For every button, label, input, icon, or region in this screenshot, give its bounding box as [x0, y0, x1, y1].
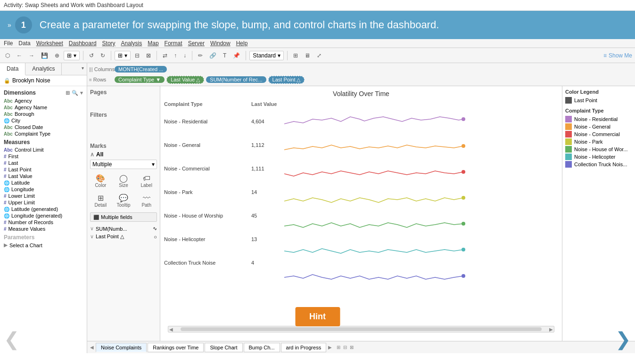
toolbar-columns[interactable]: ⊟	[132, 51, 142, 60]
toolbar-add-datasource[interactable]: ⊕	[52, 51, 62, 60]
toolbar-text[interactable]: T	[221, 51, 229, 60]
toolbar-standard-dropdown[interactable]: Standard ▾	[249, 51, 284, 60]
toolbar-pin[interactable]: 📌	[231, 51, 242, 60]
rows-pill-last-point[interactable]: Last Point △	[268, 76, 305, 84]
tab-slope-chart[interactable]: Slope Chart	[205, 343, 242, 352]
field-latitude-gen[interactable]: 🌐 Latitude (generated)	[4, 206, 83, 212]
search-icon[interactable]: 🔍	[72, 90, 78, 96]
panel-tab-arrow[interactable]: ▾	[79, 63, 87, 75]
toolbar-logo[interactable]: ⬡	[3, 51, 12, 60]
field-closed-date[interactable]: Abc Closed Date	[4, 124, 83, 130]
toolbar-sort-desc[interactable]: ↓	[181, 51, 189, 60]
label-commercial: Noise - Commercial	[164, 157, 251, 180]
marks-label-btn[interactable]: 🏷 Label	[136, 172, 157, 190]
field-agency[interactable]: Abc Agency	[4, 97, 83, 104]
toolbar-view-dropdown[interactable]: ⊞▾	[115, 51, 131, 60]
menu-format[interactable]: Format	[165, 40, 182, 47]
field-control-limit[interactable]: Abc Control Limit	[4, 146, 83, 153]
tab-icon-grid[interactable]: ⊞	[336, 344, 341, 351]
menu-story[interactable]: Story	[102, 40, 115, 47]
tab-prev-icon[interactable]: ◀	[89, 344, 95, 351]
toolbar-rows[interactable]: ⊠	[144, 51, 153, 60]
rows-pill-sum-records[interactable]: SUM(Number of Rec...	[206, 76, 266, 83]
marks-type-dropdown[interactable]: Multiple ▾	[90, 160, 157, 169]
tab-in-progress[interactable]: ard in Progress	[281, 343, 327, 352]
nav-back-arrow[interactable]: ❮	[4, 329, 20, 349]
menu-analysis[interactable]: Analysis	[121, 40, 142, 47]
col-header-complaint: Complaint Type	[164, 101, 251, 108]
scroll-left-arrow[interactable]: ◀	[169, 327, 173, 332]
toolbar-save[interactable]: 💾	[39, 51, 50, 60]
field-name: Last Value	[8, 173, 33, 179]
show-me-button[interactable]: ≡ Show Me	[603, 52, 632, 59]
chevron-icon[interactable]: ▾	[80, 90, 83, 96]
tab-data[interactable]: Data	[0, 63, 25, 75]
toolbar-redo[interactable]: ↻	[98, 51, 107, 60]
tab-noise-complaints[interactable]: Noise Complaints	[96, 343, 147, 352]
tab-next-icon[interactable]: ▶	[327, 344, 333, 351]
menu-help[interactable]: Help	[236, 40, 248, 47]
tab-rankings[interactable]: Rankings over Time	[148, 343, 204, 352]
scroll-right-arrow[interactable]: ▶	[549, 327, 553, 332]
tab-bump-chart[interactable]: Bump Ch...	[244, 343, 280, 352]
tab-icon-add[interactable]: ⊠	[349, 344, 355, 351]
tab-icons: ⊞ ⊟ ⊠	[336, 344, 355, 351]
expand-icon[interactable]: »	[8, 21, 11, 29]
toolbar-undo[interactable]: ↺	[87, 51, 96, 60]
toolbar-link[interactable]: 🔗	[207, 51, 219, 60]
toolbar-grid[interactable]: ⊞	[291, 51, 300, 60]
field-last-value[interactable]: # Last Value	[4, 173, 83, 179]
marks-color-btn[interactable]: 🎨 Color	[90, 172, 111, 190]
menu-server[interactable]: Server	[188, 40, 205, 47]
marks-field-last-point[interactable]: ∨ Last Point △ ○	[90, 233, 157, 241]
sparkline-residential	[284, 110, 558, 133]
field-measure-values[interactable]: # Measure Values	[4, 226, 83, 232]
multiple-fields-btn[interactable]: ⬛ Multiple fields	[90, 212, 157, 222]
toolbar-pen[interactable]: ✏	[196, 51, 205, 60]
tab-analytics[interactable]: Analytics	[25, 63, 62, 75]
rows-pill-complaint-type[interactable]: Complaint Type ▼	[115, 76, 165, 83]
field-longitude-gen[interactable]: 🌐 Longitude (generated)	[4, 212, 83, 219]
sparkline-truck	[284, 259, 558, 283]
menu-map[interactable]: Map	[148, 40, 158, 47]
field-select-chart[interactable]: ▶ Select a Chart	[4, 242, 83, 249]
tooltip-icon: 💬	[119, 194, 128, 202]
legend-item-park: Noise - Park	[565, 138, 632, 146]
field-last-point[interactable]: # Last Point	[4, 166, 83, 173]
field-upper-limit[interactable]: # Upper Limit	[4, 199, 83, 206]
field-city[interactable]: 🌐 City	[4, 117, 83, 124]
menu-file[interactable]: File	[4, 40, 13, 47]
marks-path-btn[interactable]: 〰 Path	[136, 192, 157, 210]
marks-tooltip-btn[interactable]: 💬 Tooltip	[113, 192, 134, 210]
menu-worksheet[interactable]: Worksheet	[36, 40, 63, 47]
toolbar-monitor[interactable]: 🖥	[302, 51, 313, 60]
toolbar-swap[interactable]: ⇄	[160, 51, 170, 60]
field-num-records[interactable]: # Number of Records	[4, 219, 83, 226]
nav-forward-arrow[interactable]: ❯	[615, 329, 631, 349]
columns-pill-month[interactable]: MONTH(Created ...	[115, 66, 167, 73]
marks-size-btn[interactable]: ◯ Size	[113, 172, 134, 190]
tab-icon-list[interactable]: ⊟	[342, 344, 348, 351]
toolbar-sort-asc[interactable]: ↑	[172, 51, 179, 60]
toolbar-share[interactable]: ⤢	[314, 51, 324, 60]
field-first[interactable]: # First	[4, 153, 83, 160]
menu-dashboard[interactable]: Dashboard	[69, 40, 97, 47]
marks-detail-btn[interactable]: ⊞ Detail	[90, 192, 111, 210]
field-latitude[interactable]: 🌐 Latitude	[4, 179, 83, 186]
field-last[interactable]: # Last	[4, 160, 83, 166]
hint-button[interactable]: Hint	[295, 307, 340, 326]
menu-data[interactable]: Data	[18, 40, 30, 47]
toolbar-forward[interactable]: →	[26, 51, 37, 60]
field-longitude[interactable]: 🌐 Longitude	[4, 186, 83, 193]
menu-window[interactable]: Window	[210, 40, 231, 47]
chart-scrollbar[interactable]: ◀ ▶	[168, 326, 554, 332]
marks-field-sum[interactable]: ∨ SUM(Numb... ∿	[90, 225, 157, 233]
toolbar-sheet-dropdown[interactable]: ⊞▾	[64, 51, 80, 60]
field-borough[interactable]: Abc Borough	[4, 111, 83, 117]
toolbar-back[interactable]: ←	[14, 51, 25, 60]
field-lower-limit[interactable]: # Lower Limit	[4, 193, 83, 199]
field-complaint-type[interactable]: Abc Complaint Type	[4, 130, 83, 137]
field-type-icon: #	[4, 161, 7, 166]
field-agency-name[interactable]: Abc Agency Name	[4, 104, 83, 111]
rows-pill-last-value[interactable]: Last Value △	[166, 76, 204, 84]
